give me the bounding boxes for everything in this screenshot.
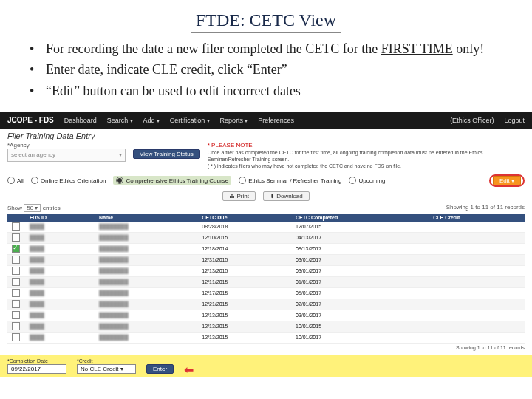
cell-due: 08/28/2018 (197, 222, 291, 233)
cell-completed: 03/01/2017 (291, 254, 429, 265)
cell-completed: 10/01/2017 (291, 332, 429, 343)
cell-due: 12/21/2015 (197, 299, 291, 310)
table-row[interactable]: ████████████12/13/201503/01/2017 (7, 310, 525, 321)
cell-fds-id: ████ (30, 279, 44, 284)
row-checkbox[interactable] (12, 311, 20, 319)
entry-bar: *Completion Date 09/22/2017 *Credit No C… (0, 355, 532, 377)
cell-fds-id: ████ (30, 268, 44, 273)
row-checkbox[interactable] (12, 245, 20, 253)
row-checkbox[interactable] (12, 278, 20, 286)
cell-completed: 05/01/2017 (291, 287, 429, 299)
table-row[interactable]: ████████████12/13/201503/01/2017 (7, 265, 525, 276)
filter-upcoming[interactable]: Upcoming (349, 177, 385, 184)
filter-cetc[interactable]: Comprehensive Ethics Training Course (113, 176, 231, 185)
please-note: * PLEASE NOTE (208, 142, 525, 149)
cell-cle (429, 276, 525, 287)
page-size-select[interactable]: 50 ▾ (24, 204, 41, 212)
cell-name: ████████ (99, 290, 129, 296)
record-count-bottom: Showing 1 to 11 of 11 records (456, 345, 525, 350)
view-training-status-button[interactable]: View Training Status (133, 149, 200, 159)
cell-name: ████████ (99, 324, 129, 329)
cell-cle (429, 332, 525, 343)
col-completed[interactable]: CETC Completed (291, 214, 429, 222)
chevron-down-icon: ▾ (119, 151, 122, 158)
row-checkbox[interactable] (12, 267, 20, 275)
table-row[interactable]: ████████████12/10/201504/13/2017 (7, 232, 525, 243)
brand: JCOPE - FDS (7, 116, 54, 124)
cell-fds-id: ████ (30, 290, 44, 296)
note-line-1: Once a filer has completed the CETC for … (208, 149, 525, 163)
nav-user: (Ethics Officer) (450, 117, 494, 124)
cell-name: ████████ (99, 268, 129, 273)
filter-oeo[interactable]: Online Ethics Orientation (31, 177, 106, 184)
cell-fds-id: ████ (30, 235, 44, 240)
cell-completed: 10/01/2015 (291, 321, 429, 332)
table-row[interactable]: ████████████12/13/201510/01/2017 (7, 332, 525, 343)
col-due[interactable]: CETC Due (197, 214, 291, 222)
nav-reports[interactable]: Reports (220, 117, 248, 124)
nav-dashboard[interactable]: Dashboard (64, 117, 97, 124)
row-checkbox[interactable] (12, 333, 20, 341)
bullet-3: “Edit” button can be used to edit incorr… (30, 82, 502, 100)
cell-fds-id: ████ (30, 257, 44, 262)
note-line-2: ( * ) indicates filers who may have not … (208, 163, 525, 169)
table-row[interactable]: ████████████12/13/201510/01/2015 (7, 321, 525, 332)
arrow-callout-icon: ⬅ (184, 366, 194, 374)
edit-button[interactable]: Edit (493, 176, 521, 185)
row-checkbox[interactable] (12, 233, 20, 242)
record-count-top: Showing 1 to 11 of 11 records (446, 204, 525, 212)
table-row[interactable]: ████████████12/11/201501/01/2017 (7, 276, 525, 287)
cell-fds-id: ████ (30, 246, 44, 251)
table-row[interactable]: ████████████08/28/201812/07/2015 (7, 222, 525, 233)
cell-cle (429, 321, 525, 332)
row-checkbox[interactable] (12, 322, 20, 330)
app-screenshot: JCOPE - FDS Dashboard Search Add Certifi… (0, 112, 532, 377)
nav-logout[interactable]: Logout (504, 117, 525, 124)
cell-name: ████████ (99, 246, 129, 251)
nav-certification[interactable]: Certification (170, 117, 210, 124)
cell-name: ████████ (99, 257, 129, 262)
cell-cle (429, 232, 525, 243)
table-row[interactable]: ████████████12/31/201503/01/2017 (7, 254, 525, 265)
cell-completed: 01/01/2017 (291, 276, 429, 287)
filter-all[interactable]: All (7, 177, 24, 184)
row-checkbox[interactable] (12, 222, 20, 231)
nav-preferences[interactable]: Preferences (258, 117, 294, 124)
completion-date-input[interactable]: 09/22/2017 (7, 364, 66, 374)
nav-search[interactable]: Search (107, 117, 133, 124)
slide-bullets: For recording the date a new filer compl… (30, 40, 502, 100)
row-checkbox[interactable] (12, 289, 20, 297)
cell-completed: 04/13/2017 (291, 232, 429, 243)
credit-select[interactable]: No CLE Credit ▾ (77, 364, 136, 374)
filter-row: All Online Ethics Orientation Comprehens… (0, 171, 532, 190)
cell-due: 12/18/2014 (197, 243, 291, 254)
cell-cle (429, 287, 525, 299)
cell-due: 12/31/2015 (197, 254, 291, 265)
cell-due: 12/17/2015 (197, 287, 291, 299)
cell-due: 12/13/2015 (197, 310, 291, 321)
table-row[interactable]: ████████████12/17/201505/01/2017 (7, 287, 525, 299)
table-row[interactable]: ████████████12/18/201408/13/2017 (7, 243, 525, 254)
col-fds-id[interactable]: FDS ID (25, 214, 95, 222)
cell-fds-id: ████ (30, 313, 44, 318)
row-checkbox[interactable] (12, 256, 20, 264)
print-button[interactable]: 🖶 Print (222, 191, 256, 201)
panel-heading: Filer Training Data Entry (0, 129, 532, 140)
navbar: JCOPE - FDS Dashboard Search Add Certifi… (0, 112, 532, 129)
cell-cle (429, 299, 525, 310)
agency-select[interactable]: select an agency▾ (7, 149, 126, 162)
filter-refresher[interactable]: Ethics Seminar / Refresher Training (239, 177, 341, 184)
cell-name: ████████ (99, 235, 129, 240)
col-name[interactable]: Name (95, 214, 197, 222)
row-checkbox[interactable] (12, 300, 20, 308)
completion-date-label: *Completion Date (7, 358, 66, 364)
col-cle[interactable]: CLE Credit (429, 214, 525, 222)
cell-due: 12/13/2015 (197, 265, 291, 276)
download-button[interactable]: ⬇ Download (263, 191, 310, 201)
enter-button[interactable]: Enter (146, 364, 174, 374)
table-row[interactable]: ████████████12/21/201502/01/2017 (7, 299, 525, 310)
cell-due: 12/13/2015 (197, 332, 291, 343)
cell-cle (429, 243, 525, 254)
nav-add[interactable]: Add (143, 117, 160, 124)
agency-label: *Agency (7, 142, 126, 149)
